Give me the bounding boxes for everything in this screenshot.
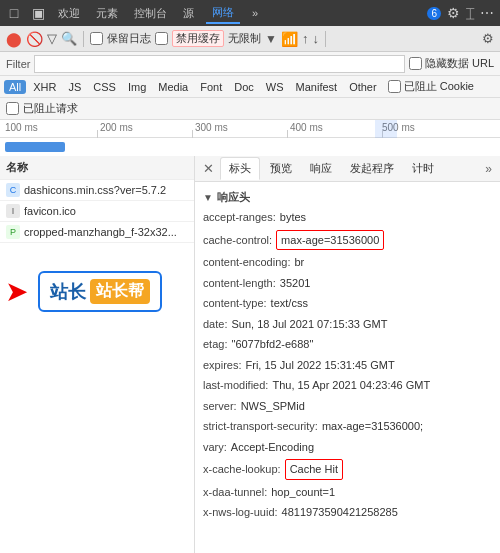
blocked-cookie-label[interactable]: 已阻止 Cookie [388,79,474,94]
type-btn-js[interactable]: JS [63,80,86,94]
header-row-server: server : NWS_SPMid [203,396,492,417]
type-btn-xhr[interactable]: XHR [28,80,61,94]
type-btn-all[interactable]: All [4,80,26,94]
notification-badge: 6 [427,7,441,20]
panel-expand-icon[interactable]: » [481,162,496,176]
gear-icon[interactable]: ⚙ [447,5,460,21]
download-icon[interactable]: ↓ [312,31,319,46]
panel-tab-initiator[interactable]: 发起程序 [342,158,402,179]
search-icon[interactable]: 🔍 [61,31,77,46]
toolbar-separator-1 [83,31,84,47]
header-colon-13: : [278,461,281,478]
tick-400 [287,130,288,138]
timeline-bar-area [0,138,500,156]
clear-icon[interactable]: 🚫 [26,31,43,47]
header-colon-3: : [287,254,290,271]
header-row-expires: expires : Fri, 15 Jul 2022 15:31:45 GMT [203,355,492,376]
file-icon-ico: I [6,204,20,218]
hide-data-urls-label[interactable]: 隐藏数据 URL [409,56,494,71]
blocked-cookie-checkbox[interactable] [388,80,401,93]
header-row-x-daa-tunnel: x-daa-tunnel : hop_count=1 [203,482,492,503]
type-btn-ws[interactable]: WS [261,80,289,94]
record-stop-icon[interactable]: ⬤ [6,31,22,47]
header-row-x-nws-log-uuid: x-nws-log-uuid : 4811973590421258285 [203,502,492,523]
response-headers-title: 响应头 [217,190,250,205]
type-btn-doc[interactable]: Doc [229,80,259,94]
header-value-etag: "6077bfd2-e688" [231,336,313,353]
timeline-ruler: 100 ms 200 ms 300 ms 400 ms 500 ms [0,120,500,138]
header-colon-1: : [273,209,276,226]
header-colon-10: : [234,398,237,415]
disable-cache-checkbox[interactable] [155,32,168,45]
nav-tab-elements[interactable]: 元素 [92,4,122,23]
logo-box: 站长 站长帮 [38,271,162,312]
header-colon-14: : [264,484,267,501]
blocked-requests-checkbox[interactable] [6,102,19,115]
blocked-requests-label: 已阻止请求 [23,101,78,116]
header-name-x-cache-lookup: x-cache-lookup [203,461,278,478]
nav-tab-welcome[interactable]: 欢迎 [54,4,84,23]
wifi-icon[interactable]: 📶 [281,31,298,47]
settings-icon[interactable]: ⚙ [482,31,494,46]
headers-panel: ✕ 标头 预览 响应 发起程序 计时 » ▼ 响应头 accept-ranges… [195,156,500,553]
header-value-cache-control: max-age=31536000 [276,230,384,251]
filter-input[interactable] [34,55,404,73]
more-icon[interactable]: ⋯ [480,5,494,21]
header-value-x-nws-log-uuid: 4811973590421258285 [282,504,398,521]
file-item-2[interactable]: I favicon.ico [0,201,194,222]
upload-icon[interactable]: ↑ [302,31,309,46]
panel-tab-timing[interactable]: 计时 [404,158,442,179]
file-icon-img: P [6,225,20,239]
timeline-mark-400: 400 ms [290,122,323,133]
nav-tab-console[interactable]: 控制台 [130,4,171,23]
header-colon-9: : [265,377,268,394]
nav-tab-source[interactable]: 源 [179,4,198,23]
header-colon-12: : [224,439,227,456]
file-name-2: favicon.ico [24,205,76,217]
header-name-x-nws-log-uuid: x-nws-log-uuid [203,504,275,521]
type-filter-bar: All XHR JS CSS Img Media Font Doc WS Man… [0,76,500,98]
throttle-dropdown-icon[interactable]: ▼ [265,32,277,46]
type-btn-css[interactable]: CSS [88,80,121,94]
header-value-content-type: text/css [271,295,308,312]
type-btn-manifest[interactable]: Manifest [291,80,343,94]
header-name-vary: vary [203,439,224,456]
type-btn-media[interactable]: Media [153,80,193,94]
panel-tab-headers[interactable]: 标头 [220,157,260,180]
preserve-log-label: 保留日志 [107,31,151,46]
nav-tab-network[interactable]: 网络 [206,3,240,24]
headers-content: ▼ 响应头 accept-ranges : bytes cache-contro… [195,182,500,527]
timeline-bar [5,142,65,152]
header-value-last-modified: Thu, 15 Apr 2021 04:23:46 GMT [272,377,430,394]
share-icon[interactable]: ⌶ [466,5,474,21]
header-row-content-encoding: content-encoding : br [203,252,492,273]
header-name-content-length: content-length [203,275,273,292]
hide-data-urls-checkbox[interactable] [409,57,422,70]
header-name-server: server [203,398,234,415]
header-value-x-daa-tunnel: hop_count=1 [271,484,335,501]
panel-tab-preview[interactable]: 预览 [262,158,300,179]
type-btn-font[interactable]: Font [195,80,227,94]
type-btn-img[interactable]: Img [123,80,151,94]
toolbar-separator-2 [325,31,326,47]
logo-badge: 站长帮 [90,279,150,304]
file-item-1[interactable]: C dashicons.min.css?ver=5.7.2 [0,180,194,201]
section-toggle-icon[interactable]: ▼ [203,192,213,203]
timeline-highlight [375,120,397,138]
header-row-content-length: content-length : 35201 [203,273,492,294]
nav-tab-more[interactable]: » [248,5,262,21]
devtools-toolbar: ⬤ 🚫 ▽ 🔍 保留日志 禁用缓存 无限制 ▼ 📶 ↑ ↓ ⚙ [0,26,500,52]
header-name-content-type: content-type [203,295,264,312]
header-row-x-cache-lookup: x-cache-lookup : Cache Hit [203,457,492,482]
tick-300 [192,130,193,138]
header-value-content-encoding: br [294,254,304,271]
file-item-3[interactable]: P cropped-manzhangb_f-32x32... [0,222,194,243]
top-nav: □ ▣ 欢迎 元素 控制台 源 网络 » 6 ⚙ ⌶ ⋯ [0,0,500,26]
panel-tab-response[interactable]: 响应 [302,158,340,179]
close-panel-button[interactable]: ✕ [199,161,218,176]
filter-icon[interactable]: ▽ [47,31,57,46]
type-btn-other[interactable]: Other [344,80,382,94]
preserve-log-checkbox[interactable] [90,32,103,45]
header-name-expires: expires [203,357,238,374]
header-colon-5: : [264,295,267,312]
